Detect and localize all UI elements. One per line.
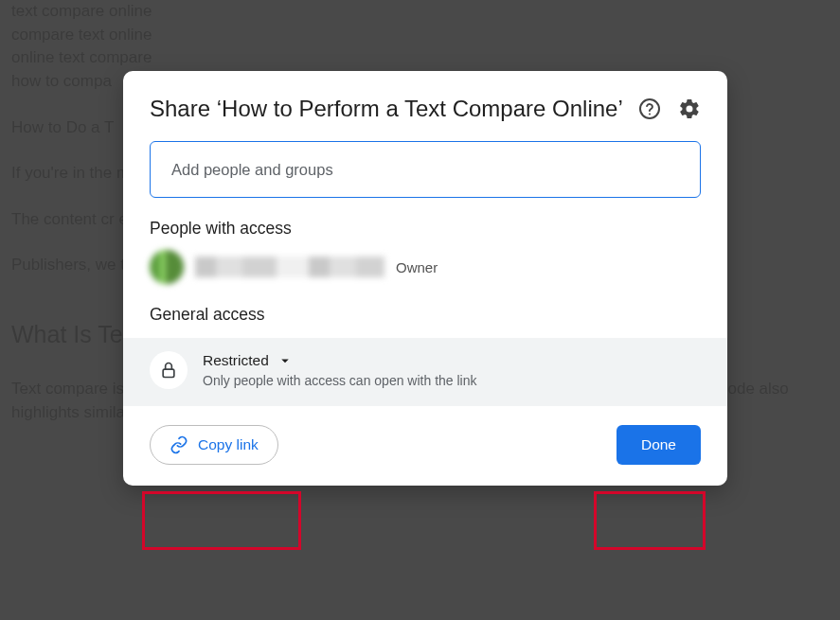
copy-link-button[interactable]: Copy link [150, 425, 278, 465]
gear-icon[interactable] [678, 97, 701, 120]
owner-row: Owner [123, 250, 727, 284]
svg-point-1 [649, 114, 651, 115]
help-icon[interactable] [638, 97, 661, 120]
add-people-input[interactable] [171, 161, 679, 179]
dialog-title: Share ‘How to Perform a Text Compare Onl… [150, 94, 638, 124]
access-level-subtext: Only people with access can open with th… [203, 373, 477, 388]
lock-icon [150, 351, 188, 389]
owner-name-redacted [195, 257, 384, 277]
svg-rect-2 [163, 370, 174, 378]
owner-role-label: Owner [396, 259, 443, 275]
chevron-down-icon [277, 352, 294, 369]
svg-point-0 [640, 99, 659, 118]
copy-link-label: Copy link [198, 436, 259, 453]
annotation-box [142, 491, 301, 550]
general-access-heading: General access [123, 305, 727, 325]
access-level-dropdown[interactable]: Restricted [203, 352, 477, 369]
add-people-container[interactable] [150, 141, 701, 198]
access-level-label: Restricted [203, 352, 269, 369]
avatar [150, 250, 184, 284]
done-button[interactable]: Done [617, 425, 701, 465]
annotation-box [594, 491, 706, 550]
general-access-row: Restricted Only people with access can o… [123, 338, 727, 406]
people-access-heading: People with access [123, 219, 727, 239]
share-dialog: Share ‘How to Perform a Text Compare Onl… [123, 71, 727, 486]
link-icon [170, 435, 188, 454]
